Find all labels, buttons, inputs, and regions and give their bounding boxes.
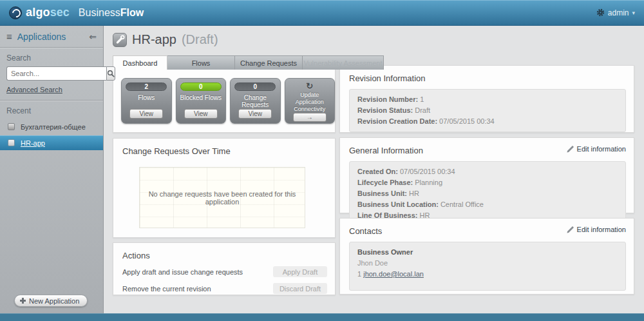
pencil-icon xyxy=(567,226,574,233)
contact-role: Business Owner xyxy=(357,247,618,258)
actions-panel: Actions Apply draft and issue change req… xyxy=(113,242,336,295)
recent-section-label: Recent xyxy=(6,106,103,115)
blocked-flows-view-button[interactable]: View xyxy=(184,109,218,119)
apply-draft-row: Apply draft and issue change requests Ap… xyxy=(113,266,335,277)
edit-contacts-link[interactable]: Edit information xyxy=(567,226,626,233)
revision-information-title: Revision Information xyxy=(340,66,634,83)
change-requests-chart-panel: Change Requests Over Time No change requ… xyxy=(113,138,336,238)
general-information-box: Created On:07/05/2015 00:34 Lifecycle Ph… xyxy=(349,161,626,226)
recent-item-buhgalteria[interactable]: Бухгалтерия-общее xyxy=(0,119,103,134)
update-connectivity-card: ↻ Update Application Connectivity → xyxy=(285,78,336,124)
algosec-businessflow-logo: algosecBusinessFlow xyxy=(9,6,144,19)
change-requests-view-button[interactable]: View xyxy=(238,109,272,119)
advanced-search-link[interactable]: Advanced Search xyxy=(6,86,62,93)
change-requests-card: 0 Change Requests View xyxy=(230,78,281,124)
general-information-panel: General Information Edit information Cre… xyxy=(339,137,634,213)
chart-empty-message: No change requests have been created for… xyxy=(140,190,305,206)
page-title: HR-app (Draft) xyxy=(113,32,218,47)
pencil-icon xyxy=(567,145,574,153)
refresh-icon: ↻ xyxy=(306,82,313,90)
dashboard-left-column: 2 Flows View 0 Blocked Flows View 0 Chan… xyxy=(113,69,336,295)
flows-card: 2 Flows View xyxy=(121,78,172,124)
main-content: HR-app (Draft) Dashboard Flows Change Re… xyxy=(104,26,644,313)
algosec-logo-icon xyxy=(9,6,22,19)
application-icon xyxy=(113,33,127,47)
revision-information-box: Revision Number:1 Revision Status:Draft … xyxy=(349,89,626,132)
update-connectivity-button[interactable]: → xyxy=(293,113,327,122)
search-button[interactable] xyxy=(106,66,115,81)
contacts-box: Business Owner Jhon Doe 1 jhon.doe@local… xyxy=(349,242,626,291)
tab-vulnerability-assessment: Vulnerability Assessment xyxy=(303,55,384,70)
applications-sidebar: ≡ Applications ⇐ Search Advanced Search … xyxy=(0,26,104,313)
discard-draft-button[interactable]: Discard Draft xyxy=(273,283,327,294)
revision-information-panel: Revision Information Revision Number:1 R… xyxy=(339,65,634,133)
new-application-button[interactable]: New Application xyxy=(14,295,88,307)
recent-item-hr-app[interactable]: HR-app xyxy=(0,135,103,150)
sidebar-title: Applications xyxy=(17,32,84,42)
footer-bar xyxy=(0,313,644,321)
gear-icon xyxy=(596,8,605,17)
app-name: HR-app xyxy=(132,32,176,47)
collapse-sidebar-icon[interactable]: ⇐ xyxy=(89,32,97,42)
contact-name: Jhon Doe xyxy=(357,258,618,269)
menu-icon[interactable]: ≡ xyxy=(6,32,12,41)
actions-title: Actions xyxy=(113,243,335,260)
application-square-icon xyxy=(8,123,15,130)
user-name: admin xyxy=(608,8,629,17)
summary-cards-panel: 2 Flows View 0 Blocked Flows View 0 Chan… xyxy=(113,69,336,133)
search-input[interactable] xyxy=(6,66,106,81)
user-menu[interactable]: admin ▾ xyxy=(596,8,635,17)
flows-view-button[interactable]: View xyxy=(129,109,163,119)
tab-flows[interactable]: Flows xyxy=(167,55,235,70)
contact-email-row: 1 jhon.doe@local.lan xyxy=(357,269,618,280)
tab-change-requests[interactable]: Change Requests xyxy=(235,55,303,70)
tab-bar: Dashboard Flows Change Requests Vulnerab… xyxy=(113,55,384,70)
tab-dashboard[interactable]: Dashboard xyxy=(113,55,167,70)
blocked-flows-count-badge: 0 xyxy=(180,83,222,91)
application-square-icon xyxy=(8,139,15,146)
flows-count-badge: 2 xyxy=(126,83,167,91)
sidebar-header: ≡ Applications ⇐ xyxy=(0,26,103,48)
contact-email-link[interactable]: jhon.doe@local.lan xyxy=(363,270,424,278)
search-section-label: Search xyxy=(6,54,103,63)
search-row xyxy=(6,66,97,81)
chart-title: Change Requests Over Time xyxy=(113,139,335,156)
apply-draft-button[interactable]: Apply Draft xyxy=(273,266,327,277)
app-status: (Draft) xyxy=(182,32,218,47)
change-requests-count-badge: 0 xyxy=(234,83,276,91)
edit-general-information-link[interactable]: Edit information xyxy=(567,145,626,153)
search-icon xyxy=(107,70,115,77)
caret-down-icon: ▾ xyxy=(632,10,635,16)
plus-icon xyxy=(20,298,26,304)
blocked-flows-card: 0 Blocked Flows View xyxy=(176,78,227,124)
top-bar: algosecBusinessFlow admin ▾ xyxy=(0,0,644,26)
logo-text: algosecBusinessFlow xyxy=(26,6,144,19)
discard-draft-row: Remove the current revision Discard Draf… xyxy=(113,283,335,294)
contacts-panel: Contacts Edit information Business Owner… xyxy=(339,218,634,295)
change-requests-chart: No change requests have been created for… xyxy=(139,167,305,228)
sidebar-divider xyxy=(0,100,103,101)
dashboard-right-column: Revision Information Revision Number:1 R… xyxy=(339,65,634,295)
